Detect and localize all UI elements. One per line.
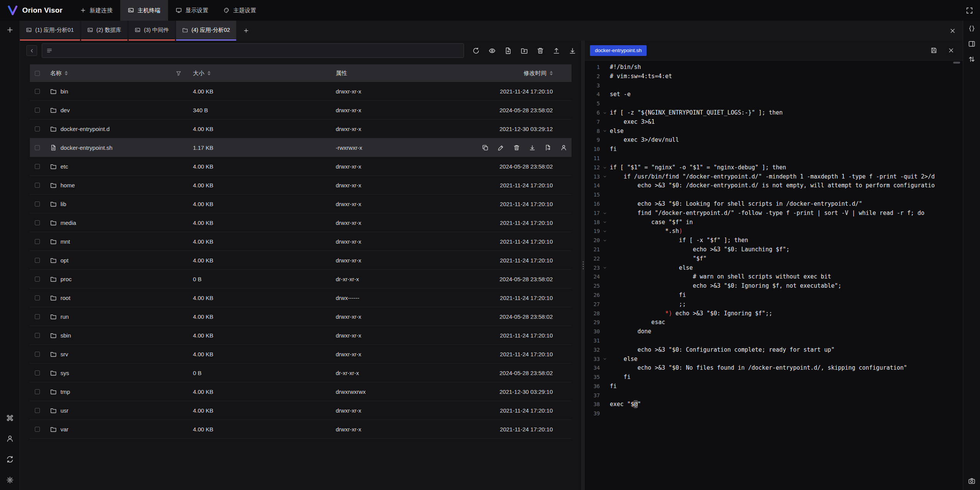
chevron-down-icon[interactable] (603, 129, 607, 133)
select-all-checkbox[interactable] (35, 71, 40, 76)
new-file-button[interactable] (505, 47, 512, 54)
path-input[interactable] (56, 48, 459, 54)
file-name[interactable]: opt (60, 257, 69, 264)
column-header[interactable]: 名称 (48, 70, 186, 77)
file-name[interactable]: var (60, 426, 69, 433)
upload-button[interactable] (553, 47, 560, 54)
sort-asc-icon[interactable] (550, 71, 553, 73)
table-row[interactable]: bin4.00 KBdrwxr-xr-x2021-11-24 17:20:10 (30, 82, 572, 101)
sort-desc-icon[interactable] (65, 74, 68, 75)
table-row[interactable]: dev340 Bdrwxr-xr-x2024-05-28 23:58:02 (30, 101, 572, 120)
row-checkbox[interactable] (35, 314, 40, 319)
file-name[interactable]: media (60, 220, 76, 226)
file-name[interactable]: tmp (60, 388, 70, 395)
move-button[interactable] (545, 144, 551, 151)
table-row[interactable]: proc0 Bdr-xr-xr-x2024-05-28 23:58:02 (30, 270, 572, 288)
sort-order-button[interactable] (968, 56, 975, 63)
chevron-down-icon[interactable] (603, 166, 607, 170)
row-checkbox[interactable] (35, 202, 40, 206)
layout-toggle-button[interactable] (968, 40, 975, 48)
row-checkbox[interactable] (35, 277, 40, 282)
save-icon[interactable] (931, 47, 937, 54)
download-button[interactable] (569, 47, 576, 54)
scrollbar-thumb[interactable] (953, 62, 960, 64)
chevron-down-icon[interactable] (603, 229, 607, 234)
row-checkbox[interactable] (35, 239, 40, 244)
new-connection-button[interactable] (6, 26, 14, 34)
delete-button[interactable] (537, 47, 544, 54)
json-view-button[interactable] (968, 25, 975, 32)
terminal-tab[interactable]: (2) 数据库 (81, 21, 127, 41)
chevron-down-icon[interactable] (603, 174, 607, 179)
table-row[interactable]: tmp4.00 KBdrwxrwxrwx2021-12-30 03:29:10 (30, 382, 572, 401)
row-checkbox[interactable] (35, 389, 40, 394)
sort-desc-icon[interactable] (207, 74, 211, 75)
chevron-down-icon[interactable] (603, 238, 607, 243)
editor-file-tab[interactable]: docker-entrypoint.sh (590, 45, 647, 56)
copy-button[interactable] (482, 144, 488, 151)
file-name[interactable]: proc (60, 276, 72, 282)
file-name[interactable]: etc (60, 163, 68, 170)
table-row[interactable]: media4.00 KBdrwxr-xr-x2021-11-24 17:20:1… (30, 213, 572, 232)
row-checkbox[interactable] (35, 145, 40, 150)
close-panel-icon[interactable] (949, 28, 956, 34)
menu-item[interactable]: 显示设置 (168, 0, 216, 21)
column-header[interactable]: 修改时间 (481, 70, 572, 77)
row-checkbox[interactable] (35, 370, 40, 375)
row-checkbox[interactable] (35, 183, 40, 188)
menu-item[interactable]: 主机终端 (120, 0, 168, 21)
file-name[interactable]: sys (60, 370, 69, 376)
table-row[interactable]: docker-entrypoint.d4.00 KBdrwxr-xr-x2021… (30, 120, 572, 138)
file-name[interactable]: home (60, 182, 75, 188)
table-row[interactable]: opt4.00 KBdrwxr-xr-x2021-11-24 17:20:10 (30, 251, 572, 270)
file-name[interactable]: run (60, 313, 69, 320)
file-name[interactable]: dev (60, 107, 70, 113)
table-row[interactable]: root4.00 KBdrwx------2021-11-24 17:20:10 (30, 288, 572, 307)
fullscreen-icon[interactable] (966, 7, 973, 14)
panel-splitter[interactable] (581, 41, 585, 490)
row-checkbox[interactable] (35, 164, 40, 169)
file-name[interactable]: docker-entrypoint.sh (60, 144, 113, 151)
file-name[interactable]: sbin (60, 332, 71, 339)
row-checkbox[interactable] (35, 427, 40, 432)
chevron-down-icon[interactable] (603, 111, 607, 115)
file-name[interactable]: bin (60, 88, 68, 95)
settings-button[interactable] (6, 476, 14, 484)
sort-asc-icon[interactable] (65, 71, 68, 73)
file-name[interactable]: usr (60, 407, 69, 414)
row-checkbox[interactable] (35, 126, 40, 131)
table-row[interactable]: lib4.00 KBdrwxr-xr-x2021-11-24 17:20:10 (30, 195, 572, 213)
file-name[interactable]: docker-entrypoint.d (60, 126, 109, 132)
editor-close-icon[interactable] (948, 47, 954, 54)
table-row[interactable]: var4.00 KBdrwxr-xr-x2021-11-24 17:20:10 (30, 420, 572, 439)
edit-button[interactable] (498, 144, 504, 151)
file-name[interactable]: mnt (60, 238, 70, 245)
user-info-button[interactable] (6, 435, 14, 442)
chevron-down-icon[interactable] (603, 265, 607, 270)
row-checkbox[interactable] (35, 220, 40, 225)
row-checkbox[interactable] (35, 108, 40, 113)
row-checkbox[interactable] (35, 295, 40, 300)
table-row[interactable]: sbin4.00 KBdrwxr-xr-x2021-11-24 17:20:10 (30, 326, 572, 345)
terminal-tab[interactable]: (4) 应用-分析02 (176, 21, 236, 41)
sort-asc-icon[interactable] (207, 71, 211, 73)
sort-control[interactable] (65, 71, 68, 75)
row-checkbox[interactable] (35, 333, 40, 338)
table-row[interactable]: home4.00 KBdrwxr-xr-x2021-11-24 17:20:10 (30, 176, 572, 195)
terminal-tab[interactable]: (3) 中间件 (129, 21, 175, 41)
row-checkbox[interactable] (35, 408, 40, 413)
sort-control[interactable] (207, 71, 211, 75)
sort-control[interactable] (550, 71, 553, 75)
new-tab-button[interactable] (237, 21, 255, 41)
permission-button[interactable] (560, 144, 567, 151)
table-row[interactable]: usr4.00 KBdrwxr-xr-x2021-11-24 17:20:10 (30, 401, 572, 420)
menu-item[interactable]: 主题设置 (216, 0, 264, 21)
table-row[interactable]: sys0 Bdr-xr-xr-x2024-05-28 23:58:02 (30, 364, 572, 382)
path-input-wrap[interactable] (42, 43, 464, 58)
chevron-down-icon[interactable] (603, 220, 607, 225)
transfer-list-button[interactable] (6, 456, 14, 463)
file-name[interactable]: srv (60, 351, 68, 357)
back-button[interactable] (26, 45, 37, 56)
sort-desc-icon[interactable] (550, 74, 553, 75)
brand[interactable]: Orion Visor (7, 0, 62, 21)
